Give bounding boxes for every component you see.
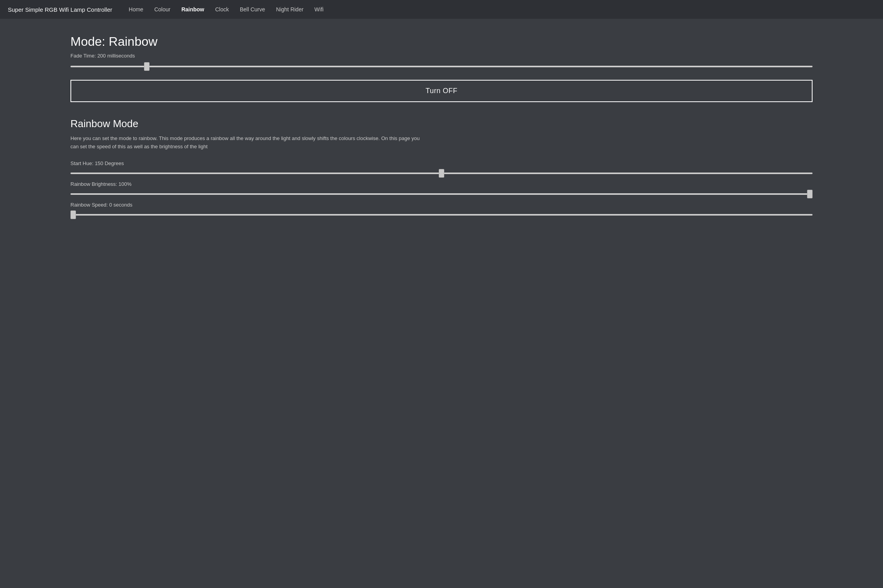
section-title: Rainbow Mode xyxy=(70,118,813,130)
fade-time-label: Fade Time: 200 milliseconds xyxy=(70,53,813,59)
fade-time-slider-container xyxy=(70,62,813,69)
fade-time-slider[interactable] xyxy=(70,66,813,67)
page-title: Mode: Rainbow xyxy=(70,34,813,49)
turn-off-button[interactable]: Turn OFF xyxy=(70,80,813,102)
main-content: Mode: Rainbow Fade Time: 200 millisecond… xyxy=(0,19,883,236)
nav-link-clock[interactable]: Clock xyxy=(211,4,234,15)
brightness-label: Rainbow Brightness: 100% xyxy=(70,181,813,187)
nav-link-wifi[interactable]: Wifi xyxy=(310,4,328,15)
speed-label: Rainbow Speed: 0 seconds xyxy=(70,202,813,208)
start-hue-label: Start Hue: 150 Degrees xyxy=(70,160,813,166)
nav-link-night-rider[interactable]: Night Rider xyxy=(271,4,308,15)
app-brand: Super Simple RGB Wifi Lamp Controller xyxy=(8,6,112,13)
start-hue-slider-container xyxy=(70,169,813,176)
brightness-slider[interactable] xyxy=(70,193,813,195)
nav-link-bell-curve[interactable]: Bell Curve xyxy=(235,4,270,15)
start-hue-slider[interactable] xyxy=(70,173,813,174)
nav-link-home[interactable]: Home xyxy=(124,4,148,15)
brightness-section: Rainbow Brightness: 100% xyxy=(70,181,813,196)
nav-links: Home Colour Rainbow Clock Bell Curve Nig… xyxy=(124,4,328,15)
start-hue-section: Start Hue: 150 Degrees xyxy=(70,160,813,176)
nav-link-rainbow[interactable]: Rainbow xyxy=(177,4,209,15)
brightness-slider-container xyxy=(70,189,813,196)
speed-slider-container xyxy=(70,210,813,217)
speed-section: Rainbow Speed: 0 seconds xyxy=(70,202,813,217)
navbar: Super Simple RGB Wifi Lamp Controller Ho… xyxy=(0,0,883,19)
section-description: Here you can set the mode to rainbow. Th… xyxy=(70,135,423,151)
nav-link-colour[interactable]: Colour xyxy=(150,4,175,15)
fade-time-section: Fade Time: 200 milliseconds xyxy=(70,53,813,69)
speed-slider[interactable] xyxy=(70,214,813,216)
